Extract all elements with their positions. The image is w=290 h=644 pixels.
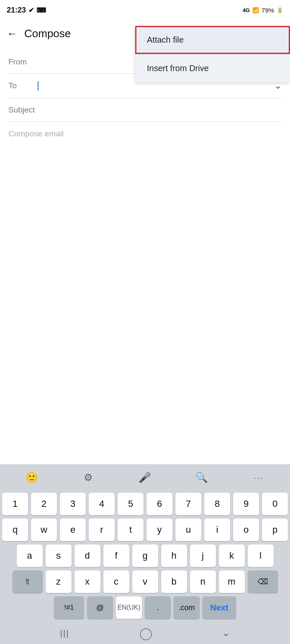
key-x[interactable]: x xyxy=(74,570,100,593)
attach-file-button[interactable]: Attach file xyxy=(135,26,290,54)
keyboard[interactable]: 🙂 ⚙ 🎤 🔍 ··· 1 2 3 4 5 6 7 8 9 0 q w e r … xyxy=(0,464,290,644)
key-1[interactable]: 1 xyxy=(2,493,28,515)
space-button[interactable]: EN(UK) xyxy=(116,596,142,619)
keyboard-rows: 1 2 3 4 5 6 7 8 9 0 q w e r t y u i o p … xyxy=(0,491,290,619)
status-bar: 21:23 ✔ ⌨ 4G 📶 79% 🔋 xyxy=(0,0,290,20)
4g-icon: 4G xyxy=(243,7,250,13)
key-2[interactable]: 2 xyxy=(31,493,57,515)
keyboard-icon: ⌨ xyxy=(36,6,46,14)
mic-button[interactable]: 🎤 xyxy=(133,468,157,487)
key-6[interactable]: 6 xyxy=(146,493,172,515)
symbols-button[interactable]: !#1 xyxy=(54,596,84,619)
key-5[interactable]: 5 xyxy=(118,493,144,515)
time-label: 21:23 xyxy=(7,6,26,15)
next-button[interactable]: Next xyxy=(203,596,236,619)
cursor xyxy=(38,81,38,90)
key-b[interactable]: b xyxy=(161,570,187,593)
key-g[interactable]: g xyxy=(132,544,158,567)
key-v[interactable]: v xyxy=(132,570,158,593)
key-7[interactable]: 7 xyxy=(175,493,201,515)
key-d[interactable]: d xyxy=(74,544,100,567)
key-n[interactable]: n xyxy=(190,570,216,593)
keyboard-toolbar: 🙂 ⚙ 🎤 🔍 ··· xyxy=(0,464,290,491)
key-i[interactable]: i xyxy=(204,519,230,541)
key-c[interactable]: c xyxy=(103,570,129,593)
signal-bars-icon: 📶 xyxy=(252,7,259,13)
bottom-row: !#1 @ EN(UK) . .com Next xyxy=(2,596,288,619)
dropdown-menu: Attach file Insert from Drive xyxy=(135,26,290,82)
subject-label: Subject xyxy=(8,105,38,115)
row-zxcv: ⇧ z x c v b n m ⌫ xyxy=(2,570,288,593)
key-0[interactable]: 0 xyxy=(262,493,288,515)
key-m[interactable]: m xyxy=(219,570,245,593)
check-icon: ✔ xyxy=(28,6,34,14)
key-q[interactable]: q xyxy=(2,519,28,541)
dotcom-button[interactable]: .com xyxy=(174,596,200,619)
key-y[interactable]: y xyxy=(146,519,172,541)
key-s[interactable]: s xyxy=(46,544,72,567)
period-button[interactable]: . xyxy=(145,596,171,619)
at-button[interactable]: @ xyxy=(87,596,113,619)
key-4[interactable]: 4 xyxy=(89,493,115,515)
to-label: To xyxy=(8,81,38,90)
key-e[interactable]: e xyxy=(60,519,86,541)
more-button[interactable]: ··· xyxy=(246,468,270,487)
backspace-button[interactable]: ⌫ xyxy=(248,570,278,593)
key-u[interactable]: u xyxy=(175,519,201,541)
key-t[interactable]: t xyxy=(118,519,144,541)
key-k[interactable]: k xyxy=(219,544,245,567)
key-8[interactable]: 8 xyxy=(204,493,230,515)
key-w[interactable]: w xyxy=(31,519,57,541)
key-3[interactable]: 3 xyxy=(60,493,86,515)
nav-bar: ||| ◯ ⌄ xyxy=(0,622,290,644)
key-l[interactable]: l xyxy=(248,544,274,567)
page-title: Compose xyxy=(24,27,71,40)
subject-field-row[interactable]: Subject xyxy=(8,98,282,122)
battery-label: 79% xyxy=(262,7,274,14)
key-9[interactable]: 9 xyxy=(233,493,259,515)
settings-button[interactable]: ⚙ xyxy=(77,468,100,487)
key-o[interactable]: o xyxy=(233,519,259,541)
key-j[interactable]: j xyxy=(190,544,216,567)
key-r[interactable]: r xyxy=(89,519,115,541)
from-label: From xyxy=(8,57,38,66)
status-icons: 4G 📶 79% 🔋 xyxy=(243,7,283,14)
compose-email-placeholder[interactable]: Compose email xyxy=(8,122,282,146)
shift-button[interactable]: ⇧ xyxy=(13,570,43,593)
insert-from-drive-button[interactable]: Insert from Drive xyxy=(135,54,290,82)
battery-icon: 🔋 xyxy=(277,7,283,13)
status-time: 21:23 ✔ ⌨ xyxy=(7,6,46,15)
key-h[interactable]: h xyxy=(161,544,187,567)
search-button[interactable]: 🔍 xyxy=(190,468,213,487)
row-qwerty: q w e r t y u i o p xyxy=(2,519,288,541)
home-icon[interactable]: ◯ xyxy=(139,626,152,640)
key-a[interactable]: a xyxy=(17,544,43,567)
key-f[interactable]: f xyxy=(103,544,129,567)
recents-icon[interactable]: ||| xyxy=(60,629,69,638)
key-z[interactable]: z xyxy=(46,570,72,593)
back-nav-icon[interactable]: ⌄ xyxy=(222,628,230,639)
key-p[interactable]: p xyxy=(262,519,288,541)
emoji-button[interactable]: 🙂 xyxy=(20,468,44,487)
row-asdf: a s d f g h j k l xyxy=(2,544,288,567)
number-row: 1 2 3 4 5 6 7 8 9 0 xyxy=(2,493,288,515)
back-button[interactable]: ← xyxy=(7,27,18,40)
